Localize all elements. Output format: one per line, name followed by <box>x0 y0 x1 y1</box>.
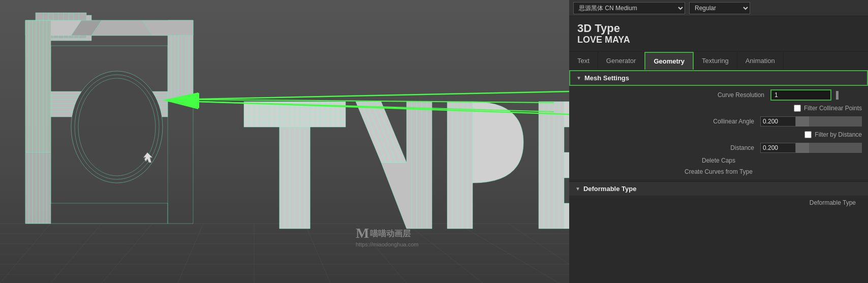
deformable-type-row: Deformable Type <box>569 196 868 210</box>
tab-text[interactable]: Text <box>569 52 598 70</box>
deformable-type-header[interactable]: ▼ Deformable Type <box>569 181 868 196</box>
tab-texturing[interactable]: Texturing <box>694 52 737 70</box>
deformable-type-label: Deformable Type <box>583 185 637 193</box>
curve-resolution-slider-handle[interactable]: ▐ <box>833 91 839 99</box>
type-subtitle: LOVE MAYA <box>577 35 860 45</box>
mesh-settings-properties: Curve Resolution ▐ Filter Collinear Poin… <box>569 86 868 179</box>
mesh-settings-section: ▼ Mesh Settings Curve Resolution ▐ Filte… <box>569 70 868 179</box>
create-curves-button[interactable]: Create Curves from Type <box>569 166 868 177</box>
deformable-type-sub-label: Deformable Type <box>575 199 862 206</box>
svg-marker-48 <box>25 152 51 224</box>
svg-point-55 <box>71 71 163 183</box>
deformable-collapse-icon: ▼ <box>575 186 580 192</box>
tab-geometry[interactable]: Geometry <box>644 52 694 70</box>
svg-rect-102 <box>539 102 564 229</box>
distance-row: Distance <box>569 141 868 155</box>
svg-rect-104 <box>564 152 569 178</box>
font-toolbar: 思源黑体 CN Medium思源黑体 CN Medium RegularRegu… <box>569 0 868 16</box>
property-tabs: Text Generator Geometry Texturing Animat… <box>569 52 868 70</box>
tab-generator[interactable]: Generator <box>598 52 645 70</box>
filter-by-distance-label: Filter by Distance <box>815 131 862 138</box>
filter-by-distance-checkbox[interactable] <box>804 131 812 138</box>
svg-rect-105 <box>564 203 569 229</box>
curve-resolution-input[interactable] <box>770 89 831 101</box>
mesh-settings-label: Mesh Settings <box>584 74 629 82</box>
distance-slider[interactable] <box>796 143 862 153</box>
collinear-angle-row: Collinear Angle <box>569 114 868 129</box>
curve-resolution-row: Curve Resolution ▐ <box>569 88 868 102</box>
properties-panel: 思源黑体 CN Medium思源黑体 CN Medium RegularRegu… <box>569 0 868 283</box>
deformable-type-section: ▼ Deformable Type Deformable Type <box>569 181 868 210</box>
section-collapse-icon: ▼ <box>576 75 581 81</box>
svg-marker-28 <box>25 20 51 152</box>
panel-header: 3D Type LOVE MAYA <box>569 16 868 52</box>
collinear-angle-slider[interactable] <box>796 116 862 127</box>
font-dropdown[interactable]: 思源黑体 CN Medium思源黑体 CN Medium <box>573 2 685 14</box>
distance-input-container <box>760 143 862 153</box>
3d-viewport: M 喵喵动画层 https://miaodonghua.com <box>0 0 569 283</box>
collinear-angle-input[interactable] <box>760 116 796 127</box>
type-title: 3D Type <box>577 22 860 35</box>
filter-collinear-row: Filter Collinear Points <box>569 102 868 114</box>
svg-rect-97 <box>447 102 473 229</box>
distance-input[interactable] <box>760 143 796 153</box>
viewport-scene: M 喵喵动画层 https://miaodonghua.com <box>0 0 569 283</box>
collinear-angle-label: Collinear Angle <box>575 118 760 125</box>
distance-label: Distance <box>575 144 760 151</box>
mesh-settings-header[interactable]: ▼ Mesh Settings <box>569 70 868 86</box>
curve-resolution-label: Curve Resolution <box>575 91 770 99</box>
svg-text:M: M <box>356 225 369 241</box>
delete-caps-button[interactable]: Delete Caps <box>569 155 868 166</box>
svg-text:https://miaodonghua.com: https://miaodonghua.com <box>356 241 419 247</box>
curve-resolution-input-container: ▐ <box>770 89 862 101</box>
filter-collinear-checkbox[interactable] <box>794 105 801 112</box>
style-dropdown[interactable]: RegularRegular <box>689 2 750 14</box>
filter-by-distance-row: Filter by Distance <box>569 129 868 141</box>
svg-text:喵喵动画层: 喵喵动画层 <box>370 229 411 238</box>
filter-collinear-label: Filter Collinear Points <box>804 105 862 112</box>
collinear-angle-input-container <box>760 116 862 127</box>
svg-marker-59 <box>91 20 152 36</box>
tab-animation[interactable]: Animation <box>737 52 784 70</box>
